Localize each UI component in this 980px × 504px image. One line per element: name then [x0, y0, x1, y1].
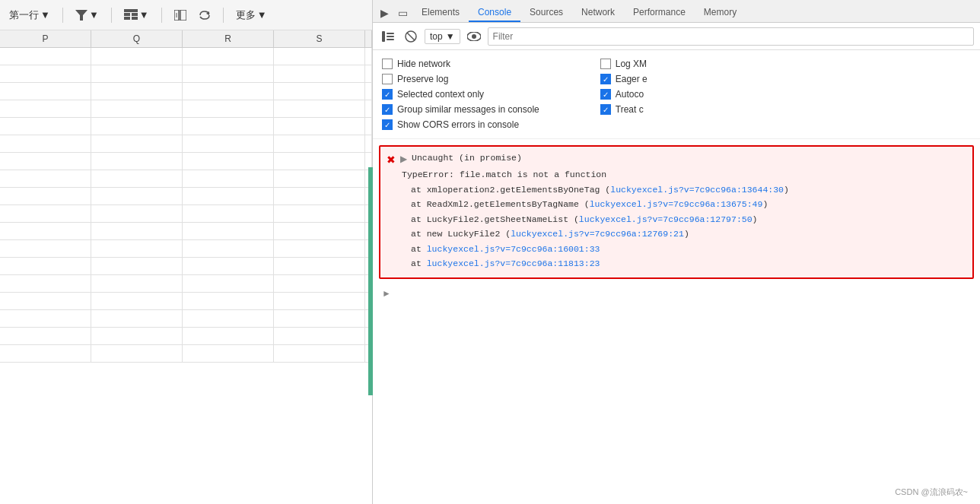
grid-cell[interactable] [91, 223, 183, 239]
row-selector[interactable]: 第一行 ▼ [6, 7, 53, 24]
grid-cell[interactable] [183, 153, 274, 170]
grid-cell[interactable] [0, 258, 91, 274]
grid-cell[interactable] [183, 100, 274, 117]
tab-console[interactable]: Console [469, 4, 520, 22]
grid-cell[interactable] [274, 240, 365, 257]
stack-link-3[interactable]: luckyexcel.js?v=7c9cc96a:12797:50 [579, 214, 752, 224]
grid-cell[interactable] [91, 118, 183, 135]
checkbox-group-similar[interactable] [382, 104, 393, 115]
grid-cell[interactable] [91, 293, 183, 309]
inspect-icon[interactable]: ▶ [376, 4, 393, 22]
grid-cell[interactable] [183, 328, 274, 344]
grid-cell[interactable] [183, 48, 274, 65]
grid-cell[interactable] [91, 48, 183, 65]
grid-cell[interactable] [183, 345, 274, 362]
grid-cell[interactable] [274, 65, 365, 82]
grid-cell[interactable] [274, 100, 365, 117]
grid-cell[interactable] [0, 100, 91, 117]
grid-cell[interactable] [0, 118, 91, 135]
grid-cell[interactable] [91, 65, 183, 82]
sidebar-toggle-icon[interactable] [379, 27, 397, 46]
grid-cell[interactable] [183, 240, 274, 257]
refresh-button[interactable] [196, 8, 214, 22]
grid-cell[interactable] [91, 275, 183, 292]
grid-cell[interactable] [91, 240, 183, 257]
grid-cell[interactable] [0, 205, 91, 222]
grid-cell[interactable] [183, 258, 274, 274]
grid-cell[interactable] [183, 223, 274, 239]
grid-cell[interactable] [0, 170, 91, 187]
checkbox-autocomplete[interactable] [600, 89, 611, 100]
grid-cell[interactable] [274, 153, 365, 170]
grid-cell[interactable] [365, 135, 372, 152]
split-button[interactable] [171, 8, 189, 22]
block-icon[interactable] [402, 27, 420, 46]
grid-cell[interactable] [274, 345, 365, 362]
stack-link-5[interactable]: luckyexcel.js?v=7c9cc96a:16001:33 [427, 244, 600, 254]
grid-cell[interactable] [274, 188, 365, 204]
grid-cell[interactable] [274, 118, 365, 135]
more-button[interactable]: 更多 ▼ [233, 7, 270, 24]
tab-network[interactable]: Network [572, 4, 624, 22]
grid-cell[interactable] [365, 48, 372, 65]
filter-input[interactable] [488, 27, 974, 46]
grid-cell[interactable] [365, 118, 372, 135]
grid-cell[interactable] [91, 258, 183, 274]
grid-cell[interactable] [183, 118, 274, 135]
grid-cell[interactable] [274, 135, 365, 152]
stack-link-1[interactable]: luckyexcel.js?v=7c9cc96a:13644:30 [610, 185, 784, 195]
grid-cell[interactable] [91, 100, 183, 117]
checkbox-preserve-log[interactable] [382, 74, 393, 84]
grid-cell[interactable] [183, 205, 274, 222]
chevron-right-icon[interactable]: ► [382, 288, 391, 299]
grid-cell[interactable] [365, 83, 372, 100]
checkbox-hide-network[interactable] [382, 59, 393, 69]
grid-cell[interactable] [91, 135, 183, 152]
context-selector[interactable]: top ▼ [425, 29, 460, 44]
checkbox-treat[interactable] [600, 104, 611, 115]
grid-cell[interactable] [183, 65, 274, 82]
grid-cell[interactable] [183, 83, 274, 100]
grid-cell[interactable] [0, 328, 91, 344]
checkbox-show-cors[interactable] [382, 119, 393, 130]
expand-error-icon[interactable]: ▶ [400, 154, 407, 164]
grid-cell[interactable] [274, 83, 365, 100]
grid-cell[interactable] [91, 345, 183, 362]
grid-cell[interactable] [274, 170, 365, 187]
grid-cell[interactable] [274, 328, 365, 344]
grid-cell[interactable] [91, 188, 183, 204]
grid-cell[interactable] [274, 205, 365, 222]
grid-cell[interactable] [91, 205, 183, 222]
grid-cell[interactable] [91, 153, 183, 170]
grid-cell[interactable] [183, 275, 274, 292]
checkbox-selected-context[interactable] [382, 89, 393, 100]
stack-link-6[interactable]: luckyexcel.js?v=7c9cc96a:11813:23 [427, 258, 600, 268]
grid-cell[interactable] [0, 48, 91, 65]
grid-cell[interactable] [365, 65, 372, 82]
checkbox-eager[interactable] [600, 74, 611, 84]
col-header-r[interactable]: R [183, 30, 274, 47]
grid-cell[interactable] [274, 48, 365, 65]
grid-cell[interactable] [274, 223, 365, 239]
grid-cell[interactable] [274, 258, 365, 274]
stack-link-2[interactable]: luckyexcel.js?v=7c9cc96a:13675:49 [590, 199, 763, 209]
grid-cell[interactable] [91, 328, 183, 344]
grid-cell[interactable] [183, 170, 274, 187]
grid-cell[interactable] [183, 188, 274, 204]
grid-cell[interactable] [0, 345, 91, 362]
table-view-button[interactable]: ▼ [121, 8, 152, 23]
filter-button[interactable]: ▼ [72, 8, 102, 22]
grid-cell[interactable] [0, 275, 91, 292]
device-icon[interactable]: ▭ [393, 4, 412, 22]
grid-cell[interactable] [183, 293, 274, 309]
grid-cell[interactable] [0, 65, 91, 82]
grid-cell[interactable] [0, 188, 91, 204]
grid-cell[interactable] [183, 135, 274, 152]
col-header-q[interactable]: Q [91, 30, 183, 47]
grid-cell[interactable] [91, 170, 183, 187]
grid-cell[interactable] [91, 310, 183, 327]
tab-sources[interactable]: Sources [520, 4, 572, 22]
checkbox-log-xml[interactable] [600, 59, 611, 69]
tab-performance[interactable]: Performance [624, 4, 695, 22]
grid-cell[interactable] [91, 83, 183, 100]
